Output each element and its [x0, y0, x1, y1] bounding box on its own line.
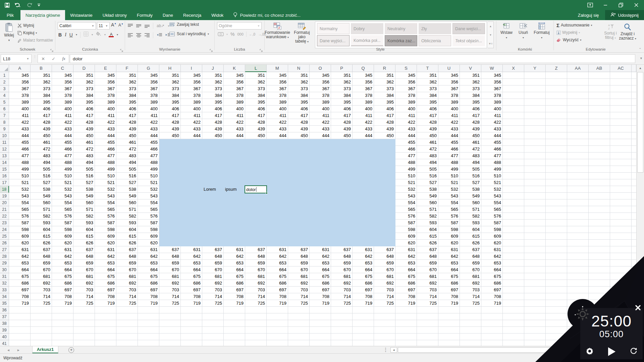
cell-C12[interactable]: 466: [52, 146, 73, 153]
column-header-R[interactable]: R: [374, 65, 395, 72]
cell-M28[interactable]: 642: [267, 253, 288, 260]
cell-U32[interactable]: 686: [438, 280, 460, 287]
cell-U21[interactable]: 565: [438, 206, 460, 213]
cell-T33[interactable]: 703: [417, 287, 438, 293]
cell-R27[interactable]: 637: [374, 246, 395, 253]
cell-R5[interactable]: 395: [374, 99, 395, 106]
cell-H34[interactable]: 714: [159, 293, 181, 300]
cell-O10[interactable]: 444: [310, 132, 331, 139]
cell-P2[interactable]: 362: [331, 79, 353, 85]
cell-E3[interactable]: 367: [95, 85, 116, 92]
cell-A13[interactable]: 477: [9, 153, 31, 159]
cell-T30[interactable]: 670: [417, 266, 438, 273]
cell-J4[interactable]: 384: [202, 92, 224, 99]
cell-S4[interactable]: 378: [395, 92, 417, 99]
cell-C16[interactable]: 510: [52, 173, 73, 179]
cell-P31[interactable]: 681: [331, 273, 353, 280]
cell-I29[interactable]: 653: [181, 260, 202, 266]
cell-O3[interactable]: 367: [310, 85, 331, 92]
cell-B1[interactable]: 351: [31, 72, 52, 79]
cell-T17[interactable]: 527: [417, 179, 438, 186]
cell-R30[interactable]: 670: [374, 266, 395, 273]
formula-bar-splitter[interactable]: ⋮: [33, 56, 35, 62]
cell-E20[interactable]: 554: [95, 199, 116, 206]
column-header-A[interactable]: A: [9, 65, 31, 72]
blue-overlay-shape[interactable]: [159, 139, 395, 246]
cell-D5[interactable]: 395: [73, 99, 95, 106]
cell-U14[interactable]: 488: [438, 159, 460, 166]
cell-B17[interactable]: 527: [31, 179, 52, 186]
cell-Q30[interactable]: 664: [353, 266, 374, 273]
column-header-U[interactable]: U: [438, 65, 460, 72]
cell-L5[interactable]: 395: [245, 99, 267, 106]
cell-S13[interactable]: 477: [395, 153, 417, 159]
cell-C7[interactable]: 411: [52, 112, 73, 119]
cell-W5[interactable]: 389: [481, 99, 503, 106]
decrease-indent-icon[interactable]: [157, 33, 162, 37]
row-header-22[interactable]: 22: [0, 213, 9, 220]
cell-B24[interactable]: 604: [31, 226, 52, 233]
cell-J10[interactable]: 450: [202, 132, 224, 139]
cell-G18[interactable]: 532: [138, 186, 159, 193]
cell-U18[interactable]: 532: [438, 186, 460, 193]
cell-U28[interactable]: 642: [438, 253, 460, 260]
cell-O34[interactable]: 708: [310, 293, 331, 300]
cell-K32[interactable]: 686: [224, 280, 245, 287]
cell-G35[interactable]: 719: [138, 300, 159, 307]
cell-F29[interactable]: 659: [116, 260, 138, 266]
font-dialog-launcher-icon[interactable]: [120, 48, 123, 51]
cell-N3[interactable]: 373: [288, 85, 310, 92]
cell-T4[interactable]: 384: [417, 92, 438, 99]
cell-N8[interactable]: 428: [288, 119, 310, 126]
cell-E26[interactable]: 620: [95, 240, 116, 246]
cell-P7[interactable]: 417: [331, 112, 353, 119]
cell-S20[interactable]: 554: [395, 199, 417, 206]
minimize-icon[interactable]: [598, 0, 613, 10]
cell-C17[interactable]: 521: [52, 179, 73, 186]
cell-M5[interactable]: 389: [267, 99, 288, 106]
cell-V32[interactable]: 692: [460, 280, 481, 287]
tab-home[interactable]: Narzędzia główne: [20, 10, 65, 20]
cell-D14[interactable]: 494: [73, 159, 95, 166]
cell-L4[interactable]: 384: [245, 92, 267, 99]
row-header-21[interactable]: 21: [0, 206, 9, 213]
cell-D18[interactable]: 538: [73, 186, 95, 193]
cell-V11[interactable]: 461: [460, 139, 481, 146]
format-as-table-button[interactable]: Formatuj jakotabelę ▾: [290, 21, 314, 44]
cell-T35[interactable]: 725: [417, 300, 438, 307]
cell-F3[interactable]: 373: [116, 85, 138, 92]
cell-S16[interactable]: 510: [395, 173, 417, 179]
cell-G2[interactable]: 356: [138, 79, 159, 85]
cell-P30[interactable]: 670: [331, 266, 353, 273]
cell-T16[interactable]: 516: [417, 173, 438, 179]
cell-R4[interactable]: 384: [374, 92, 395, 99]
cell-Q4[interactable]: 378: [353, 92, 374, 99]
cell-F21[interactable]: 571: [116, 206, 138, 213]
align-bottom-icon[interactable]: [145, 24, 150, 28]
cell-K29[interactable]: 653: [224, 260, 245, 266]
cell-N6[interactable]: 406: [288, 106, 310, 112]
cell-U20[interactable]: 554: [438, 199, 460, 206]
cell-N9[interactable]: 439: [288, 126, 310, 132]
cell-V17[interactable]: 527: [460, 179, 481, 186]
cell-L34[interactable]: 714: [245, 293, 267, 300]
expand-formula-bar-icon[interactable]: ▼: [640, 57, 643, 60]
cell-K8[interactable]: 422: [224, 119, 245, 126]
cell-N28[interactable]: 648: [288, 253, 310, 260]
cell-H1[interactable]: 351: [159, 72, 181, 79]
cell-D15[interactable]: 505: [73, 166, 95, 173]
row-header-27[interactable]: 27: [0, 246, 9, 253]
cell-O31[interactable]: 675: [310, 273, 331, 280]
cell-Q8[interactable]: 422: [353, 119, 374, 126]
cell-W21[interactable]: 565: [481, 206, 503, 213]
cell-A29[interactable]: 653: [9, 260, 31, 266]
cell-E34[interactable]: 708: [95, 293, 116, 300]
cell-Q31[interactable]: 675: [353, 273, 374, 280]
cell-W19[interactable]: 543: [481, 193, 503, 199]
cell-W16[interactable]: 510: [481, 173, 503, 179]
customize-quick-access-icon[interactable]: [37, 3, 41, 7]
vertical-scroll-thumb[interactable]: [637, 72, 643, 173]
cell-A33[interactable]: 697: [9, 287, 31, 293]
column-header-X[interactable]: X: [503, 65, 524, 72]
cell-D21[interactable]: 571: [73, 206, 95, 213]
